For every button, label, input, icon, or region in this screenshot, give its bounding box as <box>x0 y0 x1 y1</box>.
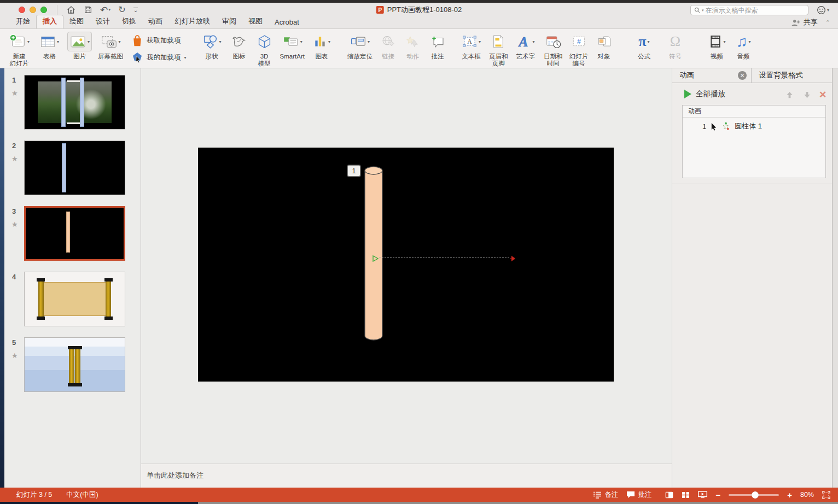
ribbon-wordart-button[interactable]: A▾艺术字 <box>514 32 537 60</box>
ribbon-table-button[interactable]: ▾表格 <box>38 32 61 60</box>
customize-toolbar-icon[interactable]: ⌄ <box>133 8 138 13</box>
search-input[interactable] <box>706 7 805 14</box>
tab-draw[interactable]: 绘图 <box>63 15 90 28</box>
ribbon-tab-row: 开始插入绘图设计切换动画幻灯片放映审阅视图Acrobat 共享 ⌃ <box>0 17 838 28</box>
undo-button[interactable]: ↶▾ <box>100 5 110 15</box>
model-3d-icon <box>257 34 272 49</box>
delete-animation-button[interactable]: ✕ <box>818 90 828 99</box>
home-icon[interactable] <box>66 5 76 15</box>
ribbon-my-addins-button[interactable]: 我的加载项▾ <box>131 51 187 63</box>
ribbon-audio-button[interactable]: ♫▾音频 <box>734 32 753 60</box>
ribbon-datetime-button[interactable]: 日期和 时间 <box>543 32 563 67</box>
zoom-slider[interactable] <box>729 494 779 496</box>
play-all-button[interactable]: 全部播放 <box>684 89 725 99</box>
ribbon-picture-button[interactable]: ▾图片 <box>67 32 92 60</box>
ribbon-screenshot-button[interactable]: ▾屏幕截图 <box>98 32 123 60</box>
ribbon-chart-button[interactable]: ▾图表 <box>311 32 333 60</box>
ribbon-textbox-button[interactable]: A▾文本框 <box>459 32 483 60</box>
ribbon-link-button: 链接 <box>379 32 398 60</box>
slide-canvas[interactable]: 1 <box>198 148 614 382</box>
move-animation-down-button[interactable] <box>802 90 812 99</box>
slide-thumbnail-1[interactable] <box>24 75 125 130</box>
search-box[interactable]: ▾ <box>690 5 808 15</box>
dropdown-caret-icon: ▾ <box>328 39 330 44</box>
motion-path-start-icon[interactable] <box>373 254 379 264</box>
collapse-ribbon-icon[interactable]: ⌃ <box>825 19 830 26</box>
save-icon[interactable] <box>84 5 92 14</box>
my-addins-icon <box>131 51 143 63</box>
slide-indicator[interactable]: 幻灯片 3 / 5 <box>16 490 52 500</box>
tab-insert[interactable]: 插入 <box>36 15 63 28</box>
close-pane-icon[interactable]: ✕ <box>738 71 747 80</box>
search-scope-caret-icon[interactable]: ▾ <box>702 8 704 13</box>
ribbon-smartart-button[interactable]: ▾SmartArt <box>280 32 305 60</box>
language-indicator[interactable]: 中文(中国) <box>66 490 98 500</box>
tab-acrobat[interactable]: Acrobat <box>269 17 305 28</box>
ribbon-get-addins-button[interactable]: 获取加载项 <box>131 34 187 47</box>
share-control[interactable]: 共享 ⌃ <box>790 17 830 27</box>
zoom-in-button[interactable]: + <box>787 491 792 499</box>
motion-path[interactable] <box>373 254 516 261</box>
slide-thumbnail-4[interactable] <box>24 272 125 326</box>
tab-review[interactable]: 审阅 <box>216 15 242 28</box>
slide-sorter-view-icon[interactable] <box>682 491 690 499</box>
notes-placeholder[interactable]: 单击此处添加备注 <box>147 471 672 480</box>
slide-thumbnail-3[interactable] <box>24 206 125 261</box>
panel-divider <box>672 184 832 184</box>
powerpoint-file-icon: P <box>376 6 384 14</box>
tab-home[interactable]: 开始 <box>10 15 36 28</box>
main-area: 1★2★3★45★ 1 <box>0 68 838 488</box>
minimize-window-button[interactable] <box>30 7 36 13</box>
zoom-slider-thumb[interactable] <box>752 491 759 499</box>
zoom-level[interactable]: 80% <box>800 491 814 499</box>
motion-path-effect-icon <box>721 122 730 131</box>
addins-group: 获取加载项我的加载项▾ <box>131 32 187 66</box>
slide-thumbnail-5[interactable] <box>24 337 125 392</box>
status-right: 备注 批注 − + 80% <box>593 490 830 500</box>
ribbon-object-button[interactable]: 对象 <box>595 32 614 60</box>
ribbon-comment-button[interactable]: 批注 <box>428 32 447 60</box>
tab-transitions[interactable]: 切换 <box>116 15 142 28</box>
desktop-wallpaper-strip <box>0 68 4 488</box>
notes-pane[interactable]: 单击此处添加备注 <box>141 464 672 488</box>
tab-animation-label: 动画 <box>679 71 694 80</box>
dropdown-caret-icon: ▾ <box>88 39 90 44</box>
fit-slide-icon[interactable] <box>822 491 830 499</box>
animation-star-icon: ★ <box>11 89 18 97</box>
close-window-button[interactable] <box>19 7 25 13</box>
ribbon-video-button[interactable]: ▾视频 <box>706 32 728 60</box>
animation-order-badge[interactable]: 1 <box>347 165 360 177</box>
feedback-control[interactable]: ▾ <box>817 5 829 15</box>
motion-path-end-icon[interactable] <box>510 254 516 264</box>
slide-number-label: 1 <box>12 76 16 84</box>
slideshow-view-icon[interactable] <box>698 491 707 499</box>
slide-thumbnail-2[interactable] <box>24 140 125 195</box>
ribbon-shapes-button[interactable]: ▾形状 <box>200 32 224 60</box>
redo-icon[interactable]: ↻ <box>118 5 125 14</box>
svg-text:A: A <box>467 38 472 45</box>
ribbon-formula-button[interactable]: π▾公式 <box>635 32 654 60</box>
ribbon-model-3d-button[interactable]: 3D 模型 <box>255 32 274 67</box>
tab-view[interactable]: 视图 <box>242 15 269 28</box>
dropdown-caret-icon: ▾ <box>648 39 650 44</box>
zoom-window-button[interactable] <box>40 7 47 13</box>
ribbon-zoom-nav-button[interactable]: ▾缩放定位 <box>347 32 373 60</box>
ribbon-new-slide-button[interactable]: ▾新建 幻灯片 <box>7 32 32 67</box>
tab-animations[interactable]: 动画 <box>142 15 168 28</box>
animation-list-item[interactable]: 1 圆柱体 1 <box>683 118 825 131</box>
normal-view-icon[interactable] <box>665 491 673 499</box>
dropdown-caret-icon: ▾ <box>57 39 59 44</box>
ribbon-icon-set-button[interactable]: 图标 <box>230 32 249 60</box>
zoom-out-button[interactable]: − <box>715 491 720 499</box>
ribbon-slide-number-button[interactable]: #幻灯片 编号 <box>569 32 589 67</box>
link-icon <box>381 34 395 49</box>
dropdown-caret-icon: ▾ <box>724 39 726 44</box>
notes-toggle[interactable]: 备注 <box>593 490 618 500</box>
tab-design[interactable]: 设计 <box>90 15 116 28</box>
tab-slideshow[interactable]: 幻灯片放映 <box>168 15 216 28</box>
ribbon-header-footer-button[interactable]: 页眉和 页脚 <box>489 32 508 67</box>
comments-toggle[interactable]: 批注 <box>626 490 651 500</box>
move-animation-up-button[interactable] <box>784 90 794 99</box>
tab-format-background[interactable]: 设置背景格式 <box>752 68 832 83</box>
tab-animation-pane[interactable]: 动画 ✕ <box>672 68 752 83</box>
